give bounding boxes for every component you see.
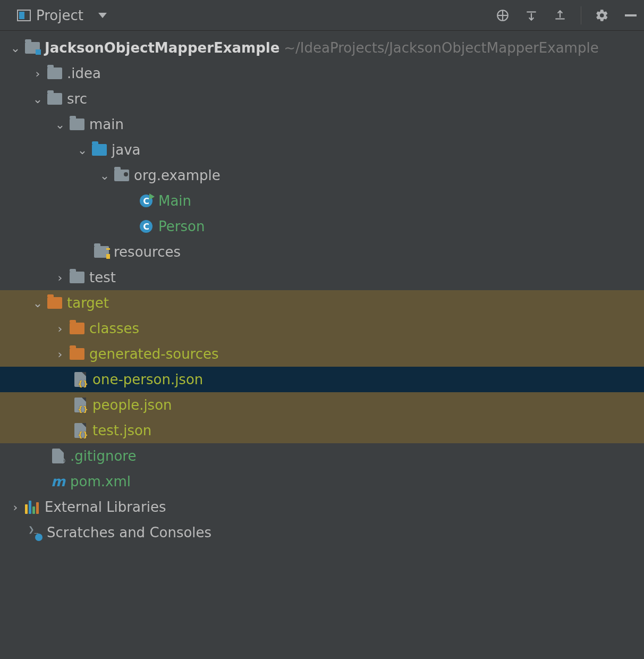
excluded-folder-icon xyxy=(68,346,86,362)
header-divider xyxy=(581,6,581,24)
chevron-right-icon[interactable]: › xyxy=(52,271,68,284)
json-file-icon xyxy=(71,371,89,387)
json-file-icon xyxy=(71,423,89,438)
maven-file-icon: m xyxy=(49,474,67,489)
project-header-actions xyxy=(495,6,639,24)
tree-node-package[interactable]: ⌄ org.example xyxy=(0,163,644,188)
project-view-icon xyxy=(17,10,31,21)
folder-icon xyxy=(46,91,64,107)
node-label: src xyxy=(67,91,87,107)
chevron-down-icon[interactable]: ⌄ xyxy=(30,92,46,106)
excluded-folder-icon xyxy=(46,295,64,311)
node-label: External Libraries xyxy=(45,499,166,515)
collapse-all-icon[interactable] xyxy=(552,7,568,23)
hide-icon[interactable] xyxy=(623,7,639,23)
node-label: .gitignore xyxy=(70,448,136,464)
settings-icon[interactable] xyxy=(594,7,610,23)
chevron-down-icon[interactable]: ⌄ xyxy=(7,41,23,55)
gitignore-file-icon xyxy=(49,448,67,464)
node-label: java xyxy=(112,142,140,158)
chevron-down-icon[interactable]: ⌄ xyxy=(97,169,113,182)
chevron-down-icon[interactable]: ⌄ xyxy=(74,143,90,157)
node-label: Person xyxy=(158,218,205,234)
node-label: main xyxy=(89,116,124,132)
node-label: target xyxy=(67,295,109,311)
chevron-down-icon[interactable]: ⌄ xyxy=(30,297,46,310)
project-tool-window-header: Project xyxy=(0,0,644,31)
json-file-icon xyxy=(71,397,89,413)
tree-node-src[interactable]: ⌄ src xyxy=(0,86,644,112)
node-label: people.json xyxy=(92,397,172,413)
excluded-folder-icon xyxy=(68,320,86,336)
node-label: JacksonObjectMapperExample xyxy=(45,40,279,56)
tree-node-target[interactable]: ⌄ target xyxy=(0,290,644,316)
resources-folder-icon xyxy=(92,244,111,260)
node-label: test xyxy=(89,269,116,285)
node-label: generated-sources xyxy=(89,346,219,362)
node-label: test.json xyxy=(92,423,151,438)
chevron-right-icon[interactable]: › xyxy=(52,322,68,335)
tree-node-idea[interactable]: › .idea xyxy=(0,61,644,86)
project-view-dropdown-icon[interactable] xyxy=(98,13,107,18)
tree-node-people-json[interactable]: people.json xyxy=(0,392,644,418)
node-label: .idea xyxy=(67,65,101,81)
tree-node-gitignore[interactable]: .gitignore xyxy=(0,443,644,469)
tree-node-class-person[interactable]: C Person xyxy=(0,214,644,239)
java-class-runnable-icon: C xyxy=(137,193,155,209)
folder-icon xyxy=(46,65,64,81)
tree-node-project-root[interactable]: ⌄ JacksonObjectMapperExample ~/IdeaProje… xyxy=(0,35,644,61)
node-label: pom.xml xyxy=(70,474,131,489)
chevron-down-icon[interactable]: ⌄ xyxy=(52,118,68,131)
tree-node-java[interactable]: ⌄ java xyxy=(0,137,644,163)
tree-node-external-libraries[interactable]: › External Libraries xyxy=(0,494,644,520)
tree-node-generated-sources[interactable]: › generated-sources xyxy=(0,341,644,367)
expand-all-icon[interactable] xyxy=(523,7,539,23)
node-path: ~/IdeaProjects/JacksonObjectMapperExampl… xyxy=(284,40,598,56)
tree-node-scratches[interactable]: Scratches and Consoles xyxy=(0,520,644,545)
tree-node-class-main[interactable]: C Main xyxy=(0,188,644,214)
node-label: one-person.json xyxy=(92,371,203,387)
tree-node-classes[interactable]: › classes xyxy=(0,316,644,341)
chevron-right-icon[interactable]: › xyxy=(7,501,23,514)
chevron-right-icon[interactable]: › xyxy=(30,67,46,80)
module-folder-icon xyxy=(23,40,41,56)
node-label: Main xyxy=(158,193,191,209)
libraries-icon xyxy=(23,499,41,515)
tree-node-pom[interactable]: m pom.xml xyxy=(0,469,644,494)
tree-node-test[interactable]: › test xyxy=(0,265,644,290)
select-opened-file-icon[interactable] xyxy=(495,7,511,23)
folder-icon xyxy=(68,269,86,285)
tree-node-one-person-json[interactable]: one-person.json xyxy=(0,367,644,392)
tree-node-test-json[interactable]: test.json xyxy=(0,418,644,443)
project-view-title[interactable]: Project xyxy=(36,7,83,23)
node-label: org.example xyxy=(134,167,221,183)
svg-rect-7 xyxy=(625,14,637,16)
tree-node-resources[interactable]: resources xyxy=(0,239,644,265)
chevron-right-icon[interactable]: › xyxy=(52,348,68,361)
node-label: Scratches and Consoles xyxy=(47,525,211,540)
source-folder-icon xyxy=(90,142,108,158)
project-tree[interactable]: ⌄ JacksonObjectMapperExample ~/IdeaProje… xyxy=(0,31,644,545)
folder-icon xyxy=(68,116,86,132)
scratches-icon xyxy=(26,525,44,540)
package-icon xyxy=(113,167,131,183)
node-label: classes xyxy=(89,320,139,336)
node-label: resources xyxy=(114,244,181,260)
java-class-icon: C xyxy=(137,218,155,234)
tree-node-main[interactable]: ⌄ main xyxy=(0,112,644,137)
